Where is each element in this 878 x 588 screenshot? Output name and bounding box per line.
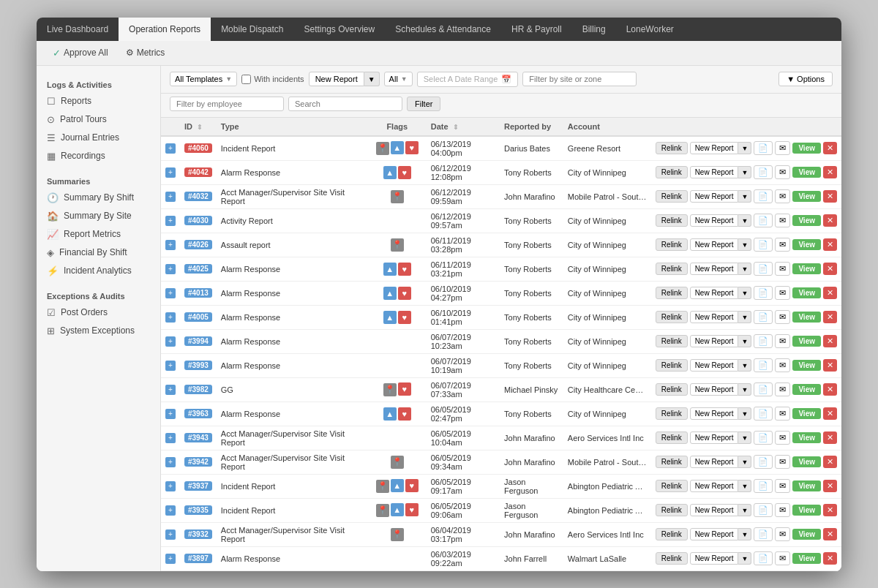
new-report-row-button[interactable]: New Report [690, 504, 739, 516]
relink-button[interactable]: Relink [656, 504, 688, 516]
new-report-row-button[interactable]: New Report [690, 431, 739, 444]
relink-button[interactable]: Relink [656, 287, 688, 299]
new-report-row-dropdown[interactable]: ▼ [738, 263, 751, 275]
delete-button[interactable]: ✕ [823, 552, 837, 565]
delete-button[interactable]: ✕ [823, 528, 837, 540]
new-report-row-dropdown[interactable]: ▼ [738, 407, 751, 420]
pdf-icon-button[interactable]: 📄 [754, 407, 773, 421]
email-icon-button[interactable]: ✉ [775, 527, 790, 541]
delete-button[interactable]: ✕ [823, 311, 837, 323]
view-button[interactable]: View [792, 263, 821, 274]
delete-button[interactable]: ✕ [823, 263, 837, 275]
report-id-badge[interactable]: #3897 [184, 554, 212, 563]
row-expand-button[interactable]: + [165, 554, 176, 564]
pdf-icon-button[interactable]: 📄 [754, 165, 773, 179]
search-input[interactable] [288, 97, 402, 111]
new-report-row-dropdown[interactable]: ▼ [738, 190, 751, 203]
report-id-badge[interactable]: #4030 [184, 216, 212, 225]
new-report-row-button[interactable]: New Report [690, 142, 739, 154]
pdf-icon-button[interactable]: 📄 [754, 214, 773, 227]
relink-button[interactable]: Relink [656, 263, 688, 275]
employee-filter-input[interactable] [170, 97, 284, 111]
email-icon-button[interactable]: ✉ [775, 551, 790, 565]
pdf-icon-button[interactable]: 📄 [754, 382, 773, 396]
sidebar-item-summary-shift[interactable]: 🕐 Summary By Shift [37, 189, 160, 207]
new-report-button[interactable]: New Report [309, 72, 364, 86]
relink-button[interactable]: Relink [656, 359, 688, 372]
view-button[interactable]: View [792, 384, 821, 395]
nav-tab-mobile-dispatch[interactable]: Mobile Dispatch [211, 18, 293, 41]
view-button[interactable]: View [792, 336, 821, 347]
relink-button[interactable]: Relink [656, 480, 688, 492]
new-report-row-dropdown[interactable]: ▼ [738, 335, 751, 347]
row-expand-button[interactable]: + [165, 216, 176, 226]
email-icon-button[interactable]: ✉ [775, 382, 790, 396]
email-icon-button[interactable]: ✉ [775, 407, 790, 421]
relink-button[interactable]: Relink [656, 311, 688, 323]
report-id-badge[interactable]: #3982 [184, 385, 212, 394]
sidebar-item-patrol-tours[interactable]: ⊙ Patrol Tours [37, 110, 160, 129]
email-icon-button[interactable]: ✉ [775, 503, 790, 517]
zone-filter-input[interactable] [522, 72, 637, 86]
report-id-badge[interactable]: #4025 [184, 264, 212, 274]
delete-button[interactable]: ✕ [823, 504, 837, 516]
pdf-icon-button[interactable]: 📄 [754, 479, 773, 493]
new-report-row-button[interactable]: New Report [690, 359, 739, 372]
nav-tab-schedules[interactable]: Schedules & Attendance [385, 18, 501, 41]
email-icon-button[interactable]: ✉ [775, 310, 790, 324]
report-id-badge[interactable]: #4060 [184, 143, 212, 153]
email-icon-button[interactable]: ✉ [775, 238, 790, 252]
new-report-row-button[interactable]: New Report [690, 190, 739, 203]
view-button[interactable]: View [792, 480, 821, 491]
new-report-row-dropdown[interactable]: ▼ [738, 480, 751, 492]
nav-tab-hr-payroll[interactable]: HR & Payroll [501, 18, 572, 41]
nav-tab-billing[interactable]: Billing [572, 18, 616, 41]
col-date[interactable]: Date ⇕ [427, 118, 500, 136]
new-report-row-dropdown[interactable]: ▼ [738, 552, 751, 565]
relink-button[interactable]: Relink [656, 335, 688, 347]
row-expand-button[interactable]: + [165, 361, 176, 371]
date-range-filter[interactable]: Select A Date Range 📅 [417, 72, 519, 87]
email-icon-button[interactable]: ✉ [775, 455, 790, 469]
row-expand-button[interactable]: + [165, 481, 176, 491]
relink-button[interactable]: Relink [656, 407, 688, 420]
new-report-row-button[interactable]: New Report [690, 214, 739, 227]
sidebar-item-reports[interactable]: ☐ Reports [37, 92, 160, 110]
report-id-badge[interactable]: #3963 [184, 409, 212, 418]
pdf-icon-button[interactable]: 📄 [754, 334, 773, 348]
new-report-row-button[interactable]: New Report [690, 407, 739, 420]
delete-button[interactable]: ✕ [823, 480, 837, 492]
relink-button[interactable]: Relink [656, 190, 688, 203]
view-button[interactable]: View [792, 239, 821, 250]
row-expand-button[interactable]: + [165, 192, 176, 202]
report-id-badge[interactable]: #4042 [184, 167, 212, 177]
new-report-row-button[interactable]: New Report [690, 480, 739, 492]
delete-button[interactable]: ✕ [823, 359, 837, 372]
pdf-icon-button[interactable]: 📄 [754, 310, 773, 324]
template-filter[interactable]: All Templates ▼ [170, 72, 237, 86]
row-expand-button[interactable]: + [165, 505, 176, 516]
new-report-row-dropdown[interactable]: ▼ [738, 359, 751, 372]
col-type[interactable]: Type [217, 118, 368, 136]
view-button[interactable]: View [792, 529, 821, 540]
delete-button[interactable]: ✕ [823, 214, 837, 227]
delete-button[interactable]: ✕ [823, 142, 837, 154]
delete-button[interactable]: ✕ [823, 456, 837, 468]
sidebar-item-recordings[interactable]: ▦ Recordings [37, 147, 160, 165]
relink-button[interactable]: Relink [656, 238, 688, 251]
relink-button[interactable]: Relink [656, 214, 688, 227]
delete-button[interactable]: ✕ [823, 431, 837, 444]
report-id-badge[interactable]: #3937 [184, 481, 212, 491]
pdf-icon-button[interactable]: 📄 [754, 503, 773, 517]
relink-button[interactable]: Relink [656, 456, 688, 468]
pdf-icon-button[interactable]: 📄 [754, 286, 773, 300]
row-expand-button[interactable]: + [165, 143, 176, 154]
new-report-row-dropdown[interactable]: ▼ [738, 504, 751, 516]
new-report-row-dropdown[interactable]: ▼ [738, 142, 751, 154]
view-button[interactable]: View [792, 360, 821, 371]
row-expand-button[interactable]: + [165, 529, 176, 540]
new-report-row-dropdown[interactable]: ▼ [738, 166, 751, 178]
email-icon-button[interactable]: ✉ [775, 479, 790, 493]
email-icon-button[interactable]: ✉ [775, 165, 790, 179]
new-report-dropdown-button[interactable]: ▼ [364, 72, 380, 86]
